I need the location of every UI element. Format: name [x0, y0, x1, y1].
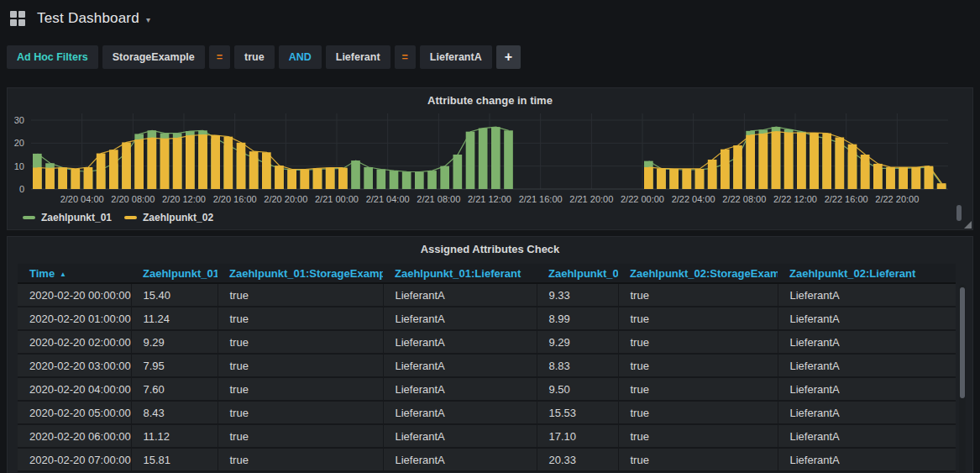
table-row: 2020-02-20 03:00:007.95trueLieferantA8.8…: [18, 354, 956, 377]
x-axis-tick: 2/21 04:00: [366, 194, 410, 204]
table-cell: true: [618, 424, 778, 448]
bar: [733, 145, 742, 189]
bar: [71, 169, 81, 189]
x-axis-tick: 2/21 00:00: [315, 194, 359, 204]
bar: [822, 134, 831, 189]
column-header-time[interactable]: Time▲: [18, 264, 131, 283]
bar: [33, 168, 42, 190]
table-cell: 2020-02-20 02:00:00: [18, 330, 131, 354]
table-row: 2020-02-20 06:00:0011.12trueLieferantA17…: [18, 424, 956, 448]
x-axis-tick: 2/20 12:00: [162, 194, 206, 204]
grid-square: [18, 19, 25, 26]
table-cell: LieferantA: [778, 283, 956, 307]
sort-asc-icon: ▲: [60, 271, 66, 278]
bar: [772, 132, 781, 189]
panel-resize-handle[interactable]: [964, 221, 972, 229]
table-header-row: Time▲Zaehlpunkt_01Zaehlpunkt_01:StorageE…: [18, 264, 956, 283]
table-cell: LieferantA: [383, 401, 537, 424]
assigned-attributes-table: Time▲Zaehlpunkt_01Zaehlpunkt_01:StorageE…: [18, 264, 956, 472]
bar: [491, 127, 500, 189]
table-cell: 2020-02-20 00:00:00: [18, 283, 131, 307]
bar: [45, 168, 55, 189]
column-header-zaehlpunkt-02-storageexample[interactable]: Zaehlpunkt_02:StorageExample: [618, 264, 778, 283]
filter-operator[interactable]: =: [209, 45, 230, 69]
x-axis-tick: 2/21 16:00: [519, 194, 563, 204]
table-cell: LieferantA: [778, 448, 956, 471]
legend-color-dash: [23, 216, 35, 219]
bar: [644, 167, 653, 189]
filter-key-storageexample[interactable]: StorageExample: [102, 45, 205, 69]
bar: [313, 168, 322, 189]
table-row: 2020-02-20 07:00:0015.81trueLieferantA20…: [18, 448, 956, 471]
legend-label: Zaehlpunkt_02: [143, 212, 213, 223]
dashboard-header: Test Dashboard ▾: [0, 0, 980, 37]
legend-item-Zaehlpunkt_01[interactable]: Zaehlpunkt_01: [23, 212, 112, 223]
bar: [326, 168, 335, 189]
bar: [784, 133, 794, 189]
column-header-zaehlpunkt-02[interactable]: Zaehlpunkt_02: [537, 264, 618, 283]
legend-item-Zaehlpunkt_02[interactable]: Zaehlpunkt_02: [124, 212, 213, 223]
x-axis-tick: 2/22 20:00: [875, 194, 919, 204]
adhoc-filter-bar: Ad Hoc Filters StorageExample = true AND…: [0, 37, 980, 69]
bar: [402, 171, 411, 189]
table-cell: true: [618, 283, 778, 307]
x-axis-tick: 2/22 16:00: [825, 194, 868, 204]
table-scrollbar[interactable]: [959, 285, 966, 473]
adhoc-filters-label: Ad Hoc Filters: [7, 45, 98, 69]
bar: [886, 167, 895, 189]
bar: [275, 166, 284, 189]
legend-label: Zaehlpunkt_01: [41, 212, 112, 223]
y-axis-tick: 20: [14, 138, 24, 148]
x-axis-tick: 2/22 00:00: [621, 194, 664, 204]
table-scrollbar-thumb[interactable]: [960, 287, 965, 398]
bar: [912, 167, 921, 189]
table-panel: Assigned Attributes Check Time▲Zaehlpunk…: [7, 236, 973, 473]
legend-color-dash: [124, 216, 137, 219]
bar: [873, 164, 883, 189]
column-header-zaehlpunkt-01[interactable]: Zaehlpunkt_01: [131, 264, 217, 283]
column-header-zaehlpunkt-02-lieferant[interactable]: Zaehlpunkt_02:Lieferant: [778, 264, 956, 283]
table-panel-title[interactable]: Assigned Attributes Check: [8, 237, 972, 255]
dashboard-grid-icon[interactable]: [10, 11, 25, 26]
bar: [237, 143, 246, 189]
attribute-change-chart[interactable]: 01020302/20 04:002/20 08:002/20 12:002/2…: [8, 108, 971, 211]
bar: [148, 138, 157, 189]
filter-operator[interactable]: =: [395, 45, 416, 69]
table-cell: true: [618, 448, 778, 471]
table-cell: 20.33: [537, 448, 618, 471]
x-axis-tick: 2/22 08:00: [722, 194, 766, 204]
chart-panel-scrollbar[interactable]: [956, 205, 962, 221]
bar: [669, 169, 679, 189]
table-cell: 9.33: [537, 283, 618, 307]
table-cell: LieferantA: [778, 307, 956, 330]
bar: [797, 133, 806, 189]
table-cell: LieferantA: [383, 354, 537, 377]
table-cell: LieferantA: [778, 401, 956, 424]
table-cell: LieferantA: [383, 424, 537, 448]
table-cell: 8.43: [131, 401, 217, 424]
add-filter-button[interactable]: +: [496, 45, 521, 69]
table-cell: LieferantA: [383, 448, 537, 471]
filter-condition-and[interactable]: AND: [279, 45, 322, 69]
column-header-zaehlpunkt-01-lieferant[interactable]: Zaehlpunkt_01:Lieferant: [383, 264, 537, 283]
y-axis-tick: 0: [19, 184, 24, 194]
filter-value-true[interactable]: true: [234, 45, 275, 69]
column-header-zaehlpunkt-01-storageexample[interactable]: Zaehlpunkt_01:StorageExample: [217, 264, 383, 283]
table-cell: 2020-02-20 07:00:00: [18, 448, 131, 471]
bar: [84, 167, 93, 189]
bar: [504, 130, 513, 189]
bar: [836, 138, 845, 190]
table-cell: true: [618, 307, 778, 330]
bar: [415, 172, 424, 190]
filter-value-lieferanta[interactable]: LieferantA: [420, 45, 492, 69]
chart-canvas[interactable]: 01020302/20 04:002/20 08:002/20 12:002/2…: [8, 108, 971, 211]
bar: [364, 167, 373, 189]
chart-panel-title[interactable]: Attribute change in time: [8, 88, 972, 107]
bar: [453, 155, 463, 189]
bar: [746, 135, 755, 189]
filter-key-lieferant[interactable]: Lieferant: [326, 45, 390, 69]
dashboard-title-button[interactable]: Test Dashboard ▾: [37, 10, 150, 27]
table-cell: true: [217, 377, 383, 401]
bar: [683, 169, 692, 189]
bar: [122, 142, 131, 189]
